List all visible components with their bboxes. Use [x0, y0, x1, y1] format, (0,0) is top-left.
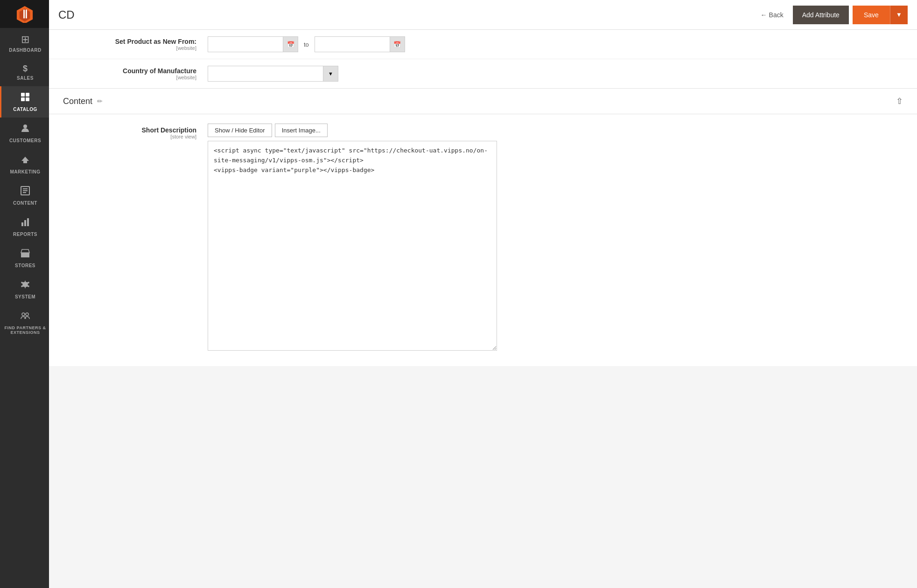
- country-row: Country of Manufacture [website] ▼: [49, 59, 917, 88]
- country-select[interactable]: [208, 66, 323, 81]
- reports-icon: [20, 217, 30, 230]
- sidebar-item-sales[interactable]: $ SALES: [0, 58, 49, 86]
- sidebar-item-stores[interactable]: STORES: [0, 242, 49, 274]
- country-select-wrap: ▼: [208, 66, 338, 82]
- svg-rect-12: [23, 192, 26, 193]
- collapse-chevron-icon: ⇧: [896, 97, 903, 106]
- sidebar: ⊞ DASHBOARD $ SALES CATALOG CUSTOMERS: [0, 0, 49, 588]
- content-area: Set Product as New From: [website] 📅 to …: [49, 30, 917, 588]
- main-content: CD ← Back Add Attribute Save ▼ Set Produ…: [49, 0, 917, 588]
- content-section-body: Short Description [store view] Show / Hi…: [49, 114, 917, 366]
- back-arrow-icon: ←: [761, 11, 767, 19]
- section-edit-icon[interactable]: ✏: [97, 97, 103, 105]
- customers-icon: [20, 123, 30, 136]
- svg-rect-6: [21, 97, 25, 101]
- sidebar-item-reports[interactable]: REPORTS: [0, 211, 49, 242]
- set-product-from-calendar-button[interactable]: 📅: [283, 37, 298, 52]
- svg-rect-2: [23, 10, 25, 19]
- svg-rect-7: [26, 97, 29, 101]
- set-product-to-field[interactable]: [315, 41, 390, 48]
- country-sublabel: [website]: [49, 75, 196, 80]
- set-product-from-input: 📅: [208, 36, 298, 52]
- country-control: ▼: [208, 66, 903, 82]
- svg-rect-4: [21, 93, 25, 97]
- sidebar-item-catalog[interactable]: CATALOG: [0, 86, 49, 118]
- sidebar-item-label: DASHBOARD: [9, 48, 42, 53]
- set-product-control: 📅 to 📅: [208, 36, 903, 52]
- add-attribute-button[interactable]: Add Attribute: [793, 6, 849, 24]
- logo: [0, 0, 49, 28]
- back-button[interactable]: ← Back: [755, 7, 789, 22]
- stores-icon: [20, 248, 30, 261]
- save-button[interactable]: Save: [853, 6, 890, 24]
- country-select-arrow-button[interactable]: ▼: [323, 66, 338, 81]
- short-desc-label-wrap: Short Description [store view]: [49, 124, 208, 139]
- set-product-row: Set Product as New From: [website] 📅 to …: [49, 30, 917, 59]
- content-icon: [20, 186, 30, 199]
- sidebar-item-system[interactable]: SYSTEM: [0, 274, 49, 305]
- svg-rect-17: [24, 254, 27, 257]
- catalog-icon: [20, 92, 30, 105]
- sidebar-item-label: SALES: [17, 76, 34, 81]
- content-section-title-text: Content: [63, 97, 92, 106]
- topbar-actions: ← Back Add Attribute Save ▼: [755, 6, 908, 24]
- set-product-to-calendar-button[interactable]: 📅: [390, 37, 405, 52]
- sidebar-item-customers[interactable]: CUSTOMERS: [0, 118, 49, 149]
- svg-point-20: [26, 313, 28, 316]
- sidebar-item-label: CUSTOMERS: [9, 138, 41, 143]
- svg-rect-5: [26, 93, 29, 97]
- short-desc-label: Short Description: [49, 126, 196, 134]
- set-product-from-field[interactable]: [208, 41, 283, 48]
- content-section-header[interactable]: Content ✏ ⇧: [49, 88, 917, 114]
- svg-point-8: [23, 125, 27, 128]
- back-label: Back: [769, 11, 784, 19]
- set-product-to-input: 📅: [315, 36, 405, 52]
- calendar-icon: 📅: [287, 41, 294, 48]
- sidebar-item-content[interactable]: CONTENT: [0, 180, 49, 211]
- svg-rect-13: [21, 222, 23, 226]
- section-collapse-button[interactable]: ⇧: [896, 96, 903, 106]
- sidebar-item-label: FIND PARTNERS & EXTENSIONS: [4, 325, 47, 335]
- sidebar-item-label: SYSTEM: [15, 294, 35, 299]
- calendar-icon-2: 📅: [393, 41, 401, 48]
- sidebar-item-label: CATALOG: [13, 107, 37, 112]
- find-partners-icon: [20, 311, 30, 324]
- short-desc-textarea[interactable]: <script async type="text/javascript" src…: [208, 141, 497, 351]
- svg-rect-11: [23, 190, 28, 191]
- show-hide-editor-button[interactable]: Show / Hide Editor: [208, 124, 272, 137]
- insert-image-button[interactable]: Insert Image...: [275, 124, 328, 137]
- select-arrow-icon: ▼: [328, 71, 333, 76]
- sales-icon: $: [23, 64, 28, 74]
- country-label-wrap: Country of Manufacture [website]: [49, 67, 208, 80]
- system-icon: [20, 279, 30, 292]
- svg-rect-10: [23, 188, 28, 189]
- topbar: CD ← Back Add Attribute Save ▼: [49, 0, 917, 30]
- sidebar-item-dashboard[interactable]: ⊞ DASHBOARD: [0, 28, 49, 58]
- to-label: to: [302, 41, 311, 48]
- textarea-wrap: <script async type="text/javascript" src…: [208, 141, 497, 352]
- svg-rect-15: [27, 218, 29, 226]
- save-button-group: Save ▼: [853, 6, 908, 24]
- short-desc-sublabel: [store view]: [49, 134, 196, 139]
- marketing-icon: [20, 154, 30, 167]
- page-title: CD: [58, 8, 75, 21]
- sidebar-item-label: STORES: [15, 263, 35, 268]
- short-desc-editor-area: Show / Hide Editor Insert Image... <scri…: [208, 124, 497, 352]
- save-dropdown-button[interactable]: ▼: [890, 6, 908, 24]
- dashboard-icon: ⊞: [21, 34, 29, 46]
- set-product-label: Set Product as New From:: [49, 38, 196, 45]
- sidebar-item-label: MARKETING: [10, 169, 40, 174]
- section-title: Content ✏: [63, 97, 103, 106]
- short-description-row: Short Description [store view] Show / Hi…: [49, 124, 903, 352]
- svg-point-19: [22, 313, 25, 316]
- svg-rect-3: [25, 10, 27, 19]
- editor-button-row: Show / Hide Editor Insert Image...: [208, 124, 497, 137]
- set-product-sublabel: [website]: [49, 45, 196, 51]
- sidebar-item-marketing[interactable]: MARKETING: [0, 149, 49, 180]
- sidebar-item-label: REPORTS: [13, 232, 37, 237]
- sidebar-item-find-partners[interactable]: FIND PARTNERS & EXTENSIONS: [0, 305, 49, 340]
- country-label: Country of Manufacture: [49, 67, 196, 75]
- set-product-label-wrap: Set Product as New From: [website]: [49, 38, 208, 51]
- sidebar-item-label: CONTENT: [13, 201, 37, 206]
- save-dropdown-arrow-icon: ▼: [896, 11, 902, 18]
